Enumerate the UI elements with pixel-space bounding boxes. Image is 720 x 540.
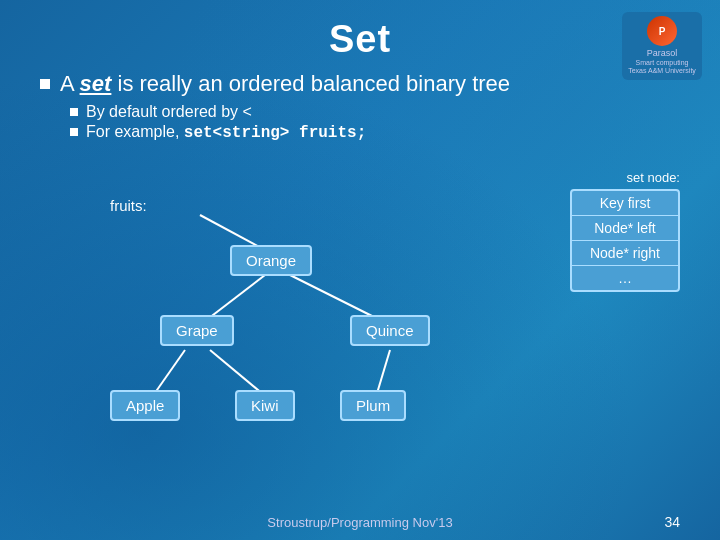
fruits-label: fruits:	[110, 197, 147, 214]
main-point: A set is really an ordered balanced bina…	[40, 71, 680, 97]
footer-credit: Stroustrup/Programming Nov'13	[267, 515, 452, 530]
tree-diagram: fruits: Orange Grape Quince Apple Kiwi P…	[80, 195, 610, 475]
sub-bullet-icon-2	[70, 128, 78, 136]
set-node-label: set node:	[570, 170, 680, 185]
code-example: set<string> fruits;	[184, 124, 366, 142]
orange-node: Orange	[230, 245, 312, 276]
sub-text-2: For example, set<string> fruits;	[86, 123, 366, 142]
footer: Stroustrup/Programming Nov'13	[0, 515, 720, 530]
bullet-icon	[40, 79, 50, 89]
sub-bullets: By default ordered by < For example, set…	[40, 103, 680, 142]
plum-node: Plum	[340, 390, 406, 421]
grape-node: Grape	[160, 315, 234, 346]
sub-bullet-2: For example, set<string> fruits;	[70, 123, 680, 142]
sub-bullet-1: By default ordered by <	[70, 103, 680, 121]
slide: P Parasol Smart computingTexas A&M Unive…	[0, 0, 720, 540]
main-text: A set is really an ordered balanced bina…	[60, 71, 510, 97]
kiwi-node: Kiwi	[235, 390, 295, 421]
page-number: 34	[664, 514, 680, 530]
content: A set is really an ordered balanced bina…	[0, 61, 720, 142]
sub-bullet-icon-1	[70, 108, 78, 116]
slide-title: Set	[0, 18, 720, 61]
header: Set	[0, 0, 720, 61]
quince-node: Quince	[350, 315, 430, 346]
apple-node: Apple	[110, 390, 180, 421]
sub-text-1: By default ordered by <	[86, 103, 252, 121]
set-keyword: set	[80, 71, 112, 96]
